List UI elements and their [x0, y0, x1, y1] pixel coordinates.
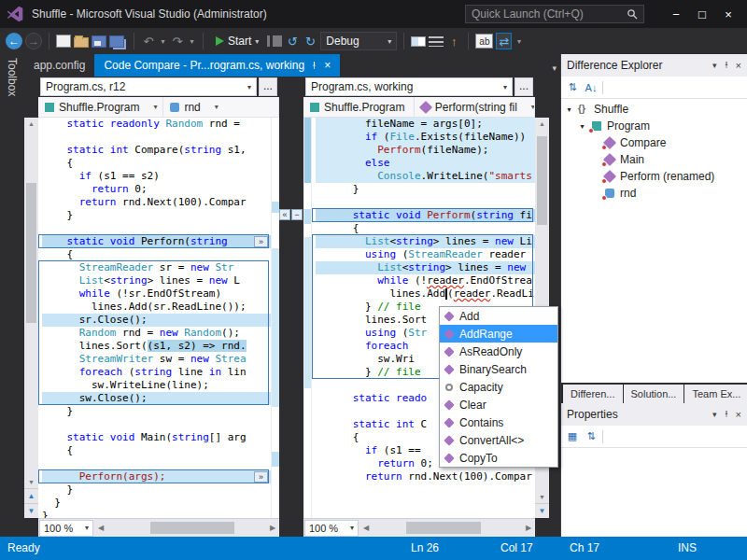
navigate-up-icon[interactable]: ↑ [446, 33, 461, 49]
tree-item-compare[interactable]: Compare [561, 134, 747, 151]
close-icon[interactable]: × [324, 59, 331, 72]
intellisense-item-addrange[interactable]: AddRange [440, 325, 557, 343]
redo-icon[interactable]: ↷ [170, 33, 185, 49]
tab-app-config[interactable]: app.config [24, 54, 94, 77]
intellisense-item-clear[interactable]: Clear [440, 396, 557, 413]
scroll-down-icon[interactable]: ▼ [24, 476, 38, 488]
code-line[interactable]: foreach (string line in lin [42, 366, 271, 379]
toolbox-tab[interactable]: Toolbox [0, 54, 24, 537]
breadcrumb-member[interactable]: Perform(string fil ▾ [415, 97, 535, 117]
scroll-up-icon[interactable]: ▲ [535, 118, 549, 130]
code-line[interactable]: while (!sr.EndOfStream) [42, 287, 271, 301]
apply-change-left-button[interactable]: « [279, 209, 290, 220]
code-line[interactable] [42, 457, 271, 470]
code-line[interactable]: sr.Close(); [42, 314, 271, 327]
sort-az-icon[interactable]: A↓ [584, 80, 599, 95]
scroll-right-icon[interactable]: ▶ [522, 519, 535, 537]
code-line[interactable]: using (StreamReader reader [316, 248, 535, 261]
code-line[interactable] [316, 196, 535, 209]
code-line[interactable]: Perform(fileName); [316, 144, 535, 157]
code-line[interactable]: fileName = args[0]; [316, 118, 535, 131]
sync-icon[interactable]: ⇅ [565, 80, 580, 95]
tab-overflow-chevron-icon[interactable]: ▾ [552, 63, 557, 73]
alphabetical-sort-icon[interactable]: ⇅ [584, 429, 599, 444]
breadcrumb-member[interactable]: rnd ▾ [163, 97, 279, 117]
code-line[interactable]: Console.WriteLine("smarts [316, 170, 535, 183]
pause-icon[interactable] [267, 35, 282, 47]
code-line[interactable] [42, 418, 271, 431]
code-line[interactable] [42, 131, 271, 144]
tool-tab-team-ex-[interactable]: Team Ex... [684, 385, 747, 403]
code-line[interactable]: while (!reader.EndOfStrea [316, 274, 535, 287]
previous-difference-button[interactable]: ▲ [24, 488, 38, 503]
code-line[interactable] [42, 222, 271, 235]
minimize-button[interactable]: − [663, 4, 689, 24]
code-line[interactable]: } [42, 405, 271, 418]
code-line[interactable]: if (File.Exists(fileName)) [316, 131, 535, 144]
code-line[interactable]: List<string> lines = new [316, 261, 535, 274]
scroll-left-icon[interactable]: ◀ [359, 519, 373, 537]
window-position-icon[interactable]: ▾ [712, 410, 717, 419]
code-line[interactable]: Random rnd = new Random(); [42, 327, 271, 340]
close-icon[interactable]: × [736, 60, 741, 71]
code-line[interactable]: List<string> lines = new L [42, 274, 271, 287]
tree-item-main[interactable]: Main [561, 151, 747, 168]
pin-icon[interactable] [723, 61, 730, 71]
expander-icon[interactable]: ▾ [578, 122, 586, 131]
restart-icon[interactable]: ↺ [285, 33, 300, 49]
apply-change-right-button[interactable]: » [254, 471, 268, 483]
code-line[interactable]: static readonly Random rnd = [42, 118, 271, 131]
categorized-icon[interactable]: ▦ [565, 429, 580, 444]
code-line[interactable]: sw.WriteLine(line); [42, 379, 271, 392]
code-line[interactable]: } [42, 483, 271, 497]
scrollbar-thumb[interactable] [406, 522, 481, 534]
apply-change-right-button[interactable]: » [254, 236, 268, 247]
tab-code-compare[interactable]: Code Compare - Pr...rogram.cs, working × [94, 54, 340, 77]
intellisense-item-capacity[interactable]: Capacity [440, 378, 557, 396]
code-line[interactable]: lines.Add(reader.ReadLi [316, 287, 535, 301]
code-line[interactable]: StreamReader sr = new Str [42, 261, 271, 274]
quick-launch-input[interactable]: Quick Launch (Ctrl+Q) [465, 5, 644, 23]
forward-icon[interactable]: → [25, 33, 42, 49]
scroll-up-icon[interactable]: ▲ [24, 118, 38, 130]
code-line[interactable]: » static void Perforn(string [42, 235, 271, 248]
close-icon[interactable]: × [736, 409, 741, 420]
code-line[interactable]: static int Compare(string s1, [42, 144, 271, 157]
next-difference-button[interactable]: ▼ [535, 503, 549, 518]
code-line[interactable]: else [316, 157, 535, 170]
scrollbar-thumb[interactable] [537, 136, 547, 225]
tool-tab-solution-[interactable]: Solution... [624, 385, 684, 403]
code-line[interactable]: return rnd.Next(100).Compar [42, 196, 271, 209]
code-line[interactable]: } [42, 510, 271, 518]
pin-icon[interactable] [723, 410, 730, 420]
code-line[interactable]: StreamWriter sw = new Strea [42, 353, 271, 366]
scrollbar-track[interactable]: ▲ ▼ [24, 118, 38, 488]
code-line[interactable]: static void Main(string[] arg [42, 431, 271, 444]
code-line[interactable]: sw.Close(); [42, 392, 271, 405]
scrollbar-thumb[interactable] [26, 183, 36, 323]
word-wrap-button[interactable]: ab [475, 34, 493, 49]
code-line[interactable]: return rnd.Next(100).Compar [316, 470, 535, 483]
intellisense-item-binarysearch[interactable]: BinarySearch [440, 360, 557, 378]
open-file-icon[interactable] [74, 37, 89, 48]
right-file-combobox[interactable]: Program.cs, working ▾ [305, 77, 513, 96]
close-button[interactable]: × [715, 4, 741, 24]
next-difference-button[interactable]: ▼ [24, 503, 38, 518]
breadcrumb-type[interactable]: Shuffle.Program ▾ [38, 97, 163, 117]
back-icon[interactable]: ← [6, 33, 22, 49]
intellisense-item-asreadonly[interactable]: AsReadOnly [440, 343, 557, 360]
left-file-combobox[interactable]: Program.cs, r12 ▾ [40, 77, 257, 96]
code-line[interactable]: static void Perform(string fi [316, 209, 535, 222]
collapse-region-button[interactable]: − [291, 209, 303, 220]
right-browse-button[interactable]: ... [514, 77, 533, 96]
maximize-button[interactable]: □ [689, 4, 715, 24]
tool-tab-differen-[interactable]: Differen... [563, 385, 623, 403]
left-horizontal-scrollbar[interactable]: ◀ ▶ [94, 519, 279, 537]
code-line[interactable]: lines.Add(sr.ReadLine()); [42, 301, 271, 314]
code-line[interactable]: » Perforn(args); [42, 470, 271, 483]
pin-icon[interactable] [310, 61, 318, 70]
breadcrumb-type[interactable]: Shuffle.Program ▾ [303, 97, 415, 117]
tree-item-perform-renamed-[interactable]: Perform (renamed) [561, 168, 747, 185]
right-horizontal-scrollbar[interactable]: ◀ ▶ [359, 519, 535, 537]
intellisense-item-copyto[interactable]: CopyTo [440, 449, 557, 467]
